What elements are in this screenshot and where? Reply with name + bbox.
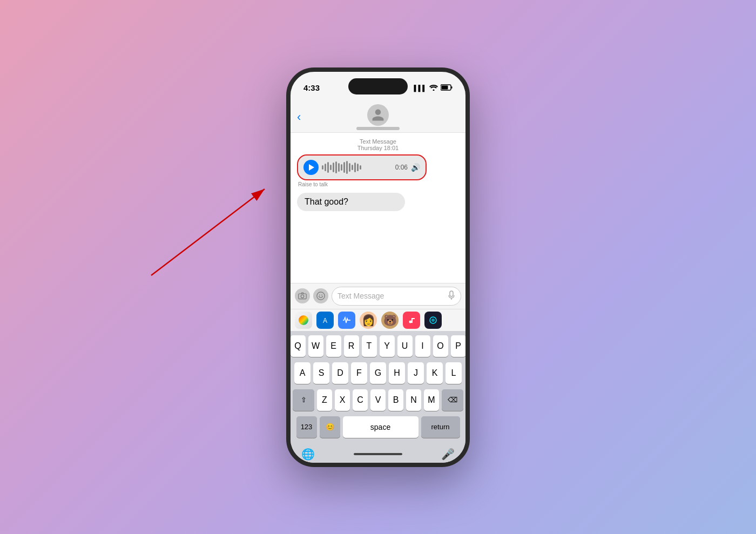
waveform-bar	[322, 165, 323, 170]
key-a[interactable]: A	[294, 362, 310, 384]
key-w[interactable]: W	[308, 335, 323, 357]
svg-point-10	[321, 295, 322, 296]
key-p[interactable]: P	[451, 335, 466, 357]
message-date: Thursday 18:01	[297, 145, 459, 151]
delete-key[interactable]: ⌫	[442, 389, 463, 411]
dynamic-island	[348, 78, 408, 94]
waveform-bar	[335, 161, 337, 173]
photos-app-icon[interactable]	[295, 312, 312, 329]
key-s[interactable]: S	[313, 362, 329, 384]
screen: ‹ Text Message Thursday 18:01	[291, 100, 465, 463]
key-l[interactable]: L	[446, 362, 462, 384]
key-z[interactable]: Z	[317, 389, 332, 411]
svg-point-18	[409, 320, 412, 323]
waveform-bar	[352, 165, 353, 170]
waveform-bar	[325, 164, 326, 171]
camera-button[interactable]	[295, 288, 310, 303]
music-icon[interactable]	[403, 312, 420, 329]
globe-icon[interactable]: 🌐	[301, 448, 315, 461]
key-f[interactable]: F	[351, 362, 367, 384]
keyboard-row-4: 123 😊 space return	[293, 416, 463, 438]
waveform-bar	[354, 163, 356, 172]
key-j[interactable]: J	[408, 362, 424, 384]
raise-to-talk-label: Raise to talk	[297, 181, 459, 187]
message-time-label: Text Message Thursday 18:01	[297, 138, 459, 151]
waveform-bar	[333, 163, 334, 172]
keyboard-row-2: A S D F G H J K L	[293, 362, 463, 384]
waveform-bar	[360, 165, 361, 170]
status-time: 4:33	[303, 83, 320, 92]
play-button[interactable]	[303, 160, 319, 175]
key-o[interactable]: O	[433, 335, 448, 357]
keyboard-row-1: Q W E R T Y U I O P	[293, 335, 463, 357]
svg-rect-20	[411, 318, 415, 319]
shift-key[interactable]: ⇧	[293, 389, 314, 411]
key-v[interactable]: V	[370, 389, 386, 411]
key-k[interactable]: K	[427, 362, 443, 384]
key-y[interactable]: Y	[380, 335, 395, 357]
key-m[interactable]: M	[424, 389, 439, 411]
return-key[interactable]: return	[421, 416, 460, 438]
home-indicator	[354, 453, 402, 455]
svg-point-13	[299, 315, 308, 325]
text-bubble-content: That good?	[305, 197, 348, 206]
bottom-bar: 🌐 🎤	[291, 447, 465, 463]
waveform-bar	[330, 165, 332, 170]
waveform-bar	[349, 163, 350, 172]
key-t[interactable]: T	[362, 335, 377, 357]
play-icon	[309, 164, 314, 171]
key-g[interactable]: G	[370, 362, 386, 384]
key-b[interactable]: B	[388, 389, 403, 411]
message-type: Text Message	[297, 138, 459, 145]
animoji-icon[interactable]: 🐻	[381, 312, 399, 329]
svg-point-23	[431, 319, 435, 322]
back-button[interactable]: ‹	[297, 110, 301, 124]
waveform-bar	[327, 162, 329, 173]
key-c[interactable]: C	[353, 389, 368, 411]
contact-info[interactable]	[356, 104, 400, 130]
svg-point-9	[319, 295, 320, 296]
app-bar: A 👩 🐻	[291, 309, 465, 331]
keyboard: Q W E R T Y U I O P A S D F G H J K L	[291, 331, 465, 447]
fitness-icon[interactable]	[424, 312, 442, 329]
appstore-icon[interactable]: A	[316, 312, 334, 329]
effects-button[interactable]	[313, 288, 328, 303]
waveform-bar	[346, 161, 348, 174]
keyboard-mic-icon[interactable]: 🎤	[441, 448, 455, 461]
key-e[interactable]: E	[326, 335, 341, 357]
svg-point-8	[317, 292, 325, 300]
key-h[interactable]: H	[389, 362, 405, 384]
mic-icon	[448, 290, 455, 302]
waveform	[322, 161, 392, 174]
status-icons: ▌▌▌	[414, 84, 453, 92]
voice-memo-icon[interactable]	[338, 312, 355, 329]
text-input-field[interactable]: Text Message	[332, 287, 461, 306]
messages-area: Text Message Thursday 18:01	[291, 133, 465, 283]
numbers-key[interactable]: 123	[296, 416, 317, 438]
signal-icon: ▌▌▌	[414, 85, 427, 91]
svg-line-1	[151, 189, 265, 275]
key-d[interactable]: D	[332, 362, 348, 384]
key-i[interactable]: I	[415, 335, 430, 357]
waveform-bar	[341, 164, 342, 171]
input-area: Text Message	[291, 283, 465, 309]
key-n[interactable]: N	[406, 389, 421, 411]
voice-message-bubble[interactable]: 0:06 🔊	[297, 154, 427, 180]
keyboard-row-3: ⇧ Z X C V B N M ⌫	[293, 389, 463, 411]
svg-text:A: A	[323, 317, 327, 325]
key-x[interactable]: X	[335, 389, 350, 411]
memoji-icon[interactable]: 👩	[360, 312, 377, 329]
key-r[interactable]: R	[344, 335, 359, 357]
svg-rect-11	[450, 291, 453, 296]
space-key[interactable]: space	[343, 416, 418, 438]
svg-point-2	[433, 89, 435, 91]
avatar	[367, 104, 389, 126]
battery-icon	[441, 84, 453, 92]
wifi-icon	[429, 84, 438, 92]
key-q[interactable]: Q	[291, 335, 306, 357]
key-u[interactable]: U	[397, 335, 413, 357]
input-placeholder: Text Message	[338, 292, 384, 300]
emoji-key[interactable]: 😊	[320, 416, 340, 438]
waveform-bar	[343, 162, 345, 173]
voice-duration: 0:06	[395, 164, 408, 171]
